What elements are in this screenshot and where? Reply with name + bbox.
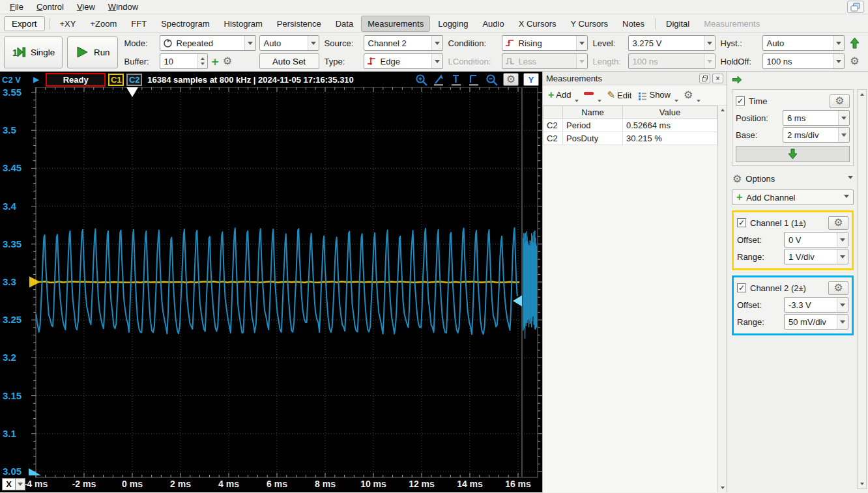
condition-select[interactable]: Rising (502, 35, 588, 51)
hysteresis-select[interactable]: Auto (762, 35, 845, 51)
channel2-offset-select[interactable]: -3.3 V (784, 297, 848, 313)
channels-panel-content: ✓ Time ⚙ Position: 6 ms Base: 2 ms/div (732, 89, 854, 490)
channel1-gear-button[interactable]: ⚙ (828, 216, 848, 230)
time-checkbox[interactable]: ✓ (736, 96, 745, 106)
channel1-checkbox[interactable]: ✓ (737, 218, 746, 227)
channel2-checkbox[interactable]: ✓ (737, 283, 746, 292)
mode-auto-select[interactable]: Auto (259, 35, 319, 51)
channel1-tab[interactable]: C1 (108, 74, 124, 86)
scroll-up-icon[interactable] (860, 91, 864, 96)
remove-measurement-button[interactable] (581, 90, 596, 100)
channel1-range-row: Range: 1 V/div (737, 248, 848, 265)
y-axis-channel-selector[interactable]: C2 V (2, 75, 31, 85)
buffer-spinner[interactable]: 10 (160, 53, 208, 69)
scroll-up-icon[interactable] (721, 107, 725, 111)
channel2-gear-button[interactable]: ⚙ (828, 281, 848, 295)
tab-histogram[interactable]: Histogram (218, 16, 269, 32)
tab-zoom[interactable]: +Zoom (83, 16, 123, 32)
buffer-gear-button[interactable]: ⚙ (223, 56, 232, 66)
name-column-header[interactable]: Name (563, 106, 623, 119)
tab-xy[interactable]: +XY (53, 16, 83, 32)
tab-measurements[interactable]: Measurements (361, 16, 430, 32)
holdoff-value: 100 ns (763, 57, 833, 66)
single-button[interactable]: 1 Single (4, 36, 63, 68)
show-measurement-button[interactable]: Show (635, 88, 673, 102)
tab-notes[interactable]: Notes (616, 16, 651, 32)
chevron-down-icon[interactable] (697, 100, 701, 104)
channel-column-header[interactable] (543, 106, 563, 119)
tab-spectrogram[interactable]: Spectrogram (154, 16, 216, 32)
tab-audio[interactable]: Audio (476, 16, 510, 32)
channel2-range-select[interactable]: 50 mV/div (784, 314, 848, 330)
level-input[interactable]: 3.275 V (628, 35, 716, 51)
tab-digital[interactable]: Digital (659, 16, 696, 32)
tab-fft[interactable]: FFT (124, 16, 153, 32)
scroll-down-icon[interactable] (721, 486, 725, 491)
add-measurement-button[interactable]: + Add (545, 88, 573, 102)
collapse-panel-button[interactable] (732, 76, 742, 86)
measurement-row[interactable]: C2 PosDuty 30.215 % (543, 132, 717, 145)
measurement-row[interactable]: C2 Period 0.52664 ms (543, 119, 717, 132)
zoom-out-icon[interactable] (485, 74, 499, 86)
chevron-down-icon[interactable] (674, 100, 678, 104)
measurements-scrollbar[interactable] (717, 106, 727, 492)
trigger-up-button[interactable] (848, 37, 862, 49)
plus-icon: + (212, 55, 219, 68)
tab-data[interactable]: Data (329, 16, 360, 32)
time-expand-button[interactable] (736, 146, 850, 162)
edit-measurement-button[interactable]: ✎ Edit (604, 87, 634, 103)
y-axis-button[interactable]: Y (523, 73, 539, 86)
y-cursor-icon[interactable] (468, 74, 481, 86)
channel1-range-select[interactable]: 1 V/div (784, 249, 848, 264)
trigger-gear-button[interactable]: ⚙ (848, 56, 862, 66)
measurements-gear-button[interactable]: ⚙ (681, 88, 695, 102)
tab-persistence[interactable]: Persistence (270, 16, 328, 32)
x-axis-button[interactable]: X (2, 478, 25, 490)
mode-select[interactable]: Repeated (160, 35, 256, 51)
channel1-offset-select[interactable]: 0 V (784, 232, 848, 247)
spinner-arrows[interactable] (197, 54, 207, 68)
options-row[interactable]: ⚙ Options (732, 171, 853, 187)
menu-control[interactable]: Control (31, 1, 70, 12)
type-select[interactable]: Edge (364, 53, 443, 69)
cascade-windows-button[interactable] (847, 1, 864, 13)
x-cursor-icon[interactable] (450, 74, 463, 86)
right-panel-scrollbar[interactable] (857, 89, 867, 489)
channel2-tab[interactable]: C2 (126, 74, 142, 86)
holdoff-input[interactable]: 100 ns (762, 53, 845, 69)
channel1-offset-marker[interactable] (29, 277, 40, 288)
acquisition-control-bar: 1 Single Run Mode: Repeated Auto Source:… (0, 33, 868, 72)
trigger-level-marker[interactable] (513, 296, 522, 307)
value-column-header[interactable]: Value (623, 106, 717, 119)
pointer-icon[interactable] (433, 74, 446, 86)
time-gear-button[interactable]: ⚙ (830, 94, 850, 108)
plot-gear-button[interactable]: ⚙ (503, 73, 519, 86)
close-button[interactable]: × (712, 74, 723, 83)
tab-x-cursors[interactable]: X Cursors (512, 16, 563, 32)
menu-view[interactable]: View (71, 1, 101, 12)
menu-window[interactable]: Window (102, 1, 144, 12)
auto-set-button[interactable]: Auto Set (259, 53, 319, 69)
chevron-down-icon (16, 478, 25, 490)
chevron-down-icon (431, 54, 442, 68)
source-select[interactable]: Channel 2 (364, 35, 443, 51)
add-channel-button[interactable]: + Add Channel (732, 190, 854, 205)
scroll-down-icon[interactable] (860, 483, 864, 487)
y-axis-tick-label: 3.3 (3, 276, 16, 287)
scope-plot[interactable]: 3.553.53.453.43.353.33.253.23.153.13.05-… (0, 87, 542, 492)
buffer-add-button[interactable]: + (212, 55, 219, 68)
chevron-down-icon (833, 36, 844, 50)
tab-logging[interactable]: Logging (431, 16, 474, 32)
export-button[interactable]: Export (4, 16, 45, 31)
zoom-in-icon[interactable] (415, 74, 428, 86)
chevron-down-icon[interactable] (575, 100, 579, 104)
tab-y-cursors[interactable]: Y Cursors (564, 16, 615, 32)
chevron-down-icon[interactable] (598, 100, 601, 104)
undock-button[interactable] (699, 74, 710, 83)
base-select[interactable]: 2 ms/div (783, 127, 850, 143)
expand-arrow-icon[interactable]: ▶ (33, 75, 39, 84)
run-button[interactable]: Run (67, 36, 117, 68)
position-select[interactable]: 6 ms (783, 110, 850, 126)
x-axis-tick-label: 8 ms (315, 479, 336, 489)
menu-file[interactable]: File (4, 1, 29, 12)
